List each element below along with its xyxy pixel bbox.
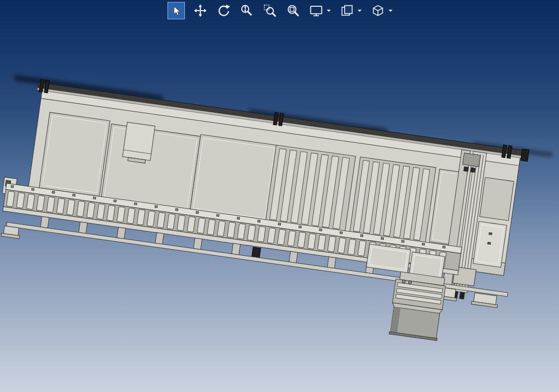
app-window [0, 0, 559, 392]
cad-viewport[interactable] [0, 0, 559, 392]
rotate-tool-button[interactable] [216, 2, 231, 19]
rotate-arrow-icon [217, 4, 230, 17]
sheets-icon [340, 4, 354, 17]
sheets-group [339, 2, 363, 19]
chevron-down-icon [357, 9, 362, 12]
zoom-area-tool-button[interactable] [262, 2, 278, 19]
display-mode-caret[interactable] [325, 2, 332, 19]
pan-tool-button[interactable] [193, 2, 208, 19]
select-tool-button[interactable] [168, 2, 185, 19]
control-box [473, 222, 507, 267]
hanging-cabinet [388, 271, 447, 341]
machine-model [0, 75, 553, 353]
cube-icon [371, 4, 385, 17]
view-orientation-button[interactable] [370, 2, 386, 19]
zoom-fit-icon [286, 4, 300, 17]
zoom-fit-tool-button[interactable] [285, 2, 301, 19]
main-toolbar [168, 1, 393, 20]
chevron-down-icon [388, 9, 393, 12]
chevron-down-icon [326, 9, 331, 12]
zoom-area-icon [263, 4, 277, 17]
slat-panel-a [266, 145, 356, 233]
view-orientation-caret[interactable] [387, 2, 393, 19]
view-orientation-group [370, 2, 393, 19]
display-mode-group [308, 2, 332, 19]
cursor-arrow-icon [171, 5, 182, 16]
pan-arrows-icon [194, 4, 207, 17]
zoom-inout-tool-button[interactable] [239, 2, 254, 19]
sheets-caret[interactable] [356, 2, 363, 19]
zoom-in-out-icon [240, 4, 253, 17]
slat-panel-b [349, 157, 436, 244]
display-mode-button[interactable] [308, 2, 324, 19]
monitor-icon [309, 4, 323, 17]
sheets-button[interactable] [339, 2, 355, 19]
